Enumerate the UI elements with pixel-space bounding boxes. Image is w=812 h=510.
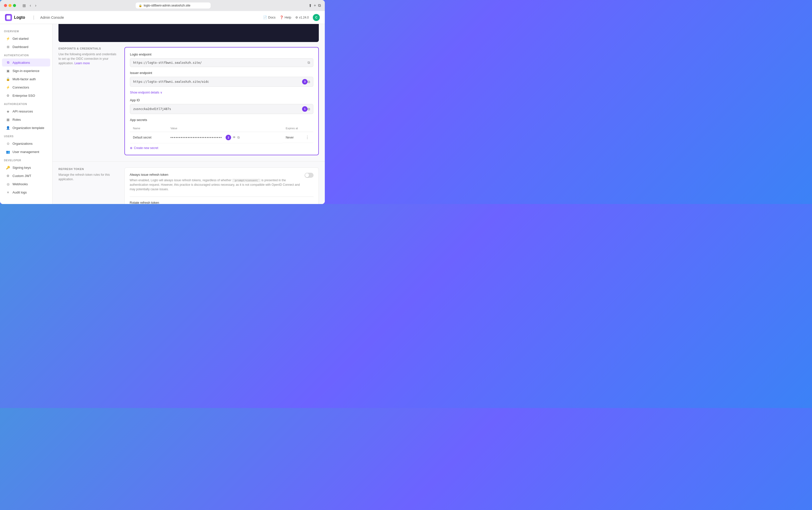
copy-logto-endpoint-button[interactable]: ⧉ xyxy=(307,60,310,65)
rotate-token-text: Rotate refresh token When enabled, Logto… xyxy=(130,201,309,204)
sidebar-item-sign-in-experience[interactable]: ▣ Sign-in experience xyxy=(2,67,50,75)
always-issue-desc: When enabled, Logto will always issue re… xyxy=(130,178,301,192)
applications-icon: ⧉ xyxy=(6,60,10,64)
sidebar-item-signing-keys[interactable]: 🔑 Signing keys xyxy=(2,164,50,171)
sidebar-item-get-started[interactable]: ⚡ Get started xyxy=(2,34,50,42)
brand-name: Logto xyxy=(14,15,25,20)
secret-name: Default secret xyxy=(130,132,168,143)
always-issue-toggle[interactable] xyxy=(305,173,313,178)
sidebar-label-sign-in-experience: Sign-in experience xyxy=(12,69,39,73)
refresh-section-desc: Manage the refresh token rules for this … xyxy=(58,172,118,181)
sidebar-label-mfa: Multi-factor auth xyxy=(12,77,36,81)
sidebar-item-enterprise-sso[interactable]: ⚙ Enterprise SSO xyxy=(2,91,50,100)
refresh-section-title: REFRESH TOKEN xyxy=(58,168,118,170)
create-secret-button[interactable]: ⊕ Create new secret xyxy=(130,146,158,150)
issuer-endpoint-field: https://logto-sttfbwni.sealoshzh.site/oi… xyxy=(130,77,313,87)
sidebar-label-connectors: Connectors xyxy=(12,85,29,89)
section-label-col: ENDPOINTS & CREDENTIALS Use the followin… xyxy=(58,47,118,155)
sidebar: Overview ⚡ Get started ⊞ Dashboard Authe… xyxy=(0,24,53,204)
sidebar-item-mfa[interactable]: 🔒 Multi-factor auth xyxy=(2,75,50,83)
secrets-table: Name Value Expires at Default secret xyxy=(130,125,313,143)
sidebar-item-webhooks[interactable]: ◎ Webhooks xyxy=(2,180,50,188)
rotate-token-item: Rotate refresh token When enabled, Logto… xyxy=(130,201,313,204)
sidebar-item-api-resources[interactable]: ◈ API resources xyxy=(2,107,50,115)
brand: Logto xyxy=(5,14,25,21)
badge-3: 3 xyxy=(302,79,307,85)
sidebar-item-connectors[interactable]: ⚡ Connectors xyxy=(2,83,50,91)
console-name: Admin Console xyxy=(40,16,64,20)
close-button[interactable] xyxy=(4,4,7,7)
top-nav: Logto | Admin Console 📄 Docs ❓ Help ⚙ v1… xyxy=(0,11,325,24)
sidebar-toggle-button[interactable]: ⊞ xyxy=(21,2,27,9)
sidebar-item-user-management[interactable]: 👥 User management xyxy=(2,148,50,156)
sidebar-label-organizations: Organizations xyxy=(12,142,32,145)
sidebar-label-audit-logs: Audit logs xyxy=(12,191,27,194)
user-avatar[interactable]: C xyxy=(313,14,320,21)
title-bar: ⊞ ‹ › 🔒 logto-sttfbwni-admin.sealoshzh.s… xyxy=(0,0,325,11)
toolbar-right: ⬆ + ⧉ xyxy=(308,3,321,8)
sidebar-section-developer: Developer xyxy=(0,156,52,163)
url-box[interactable]: 🔒 logto-sttfbwni-admin.sealoshzh.site xyxy=(136,2,211,8)
toggle-knob xyxy=(305,173,309,177)
section-title-endpoints: ENDPOINTS & CREDENTIALS xyxy=(58,47,118,50)
sidebar-item-organizations[interactable]: ⊙ Organizations xyxy=(2,140,50,147)
copy-secret-icon[interactable]: ⧉ xyxy=(237,136,240,140)
secret-expires: Never ⋮ xyxy=(282,132,313,143)
url-text: logto-sttfbwni-admin.sealoshzh.site xyxy=(144,4,190,7)
sidebar-item-roles[interactable]: ▦ Roles xyxy=(2,115,50,123)
brand-logo xyxy=(5,14,12,21)
tabs-icon[interactable]: ⧉ xyxy=(318,3,321,8)
address-bar: 🔒 logto-sttfbwni-admin.sealoshzh.site xyxy=(41,2,306,8)
traffic-lights xyxy=(4,4,16,7)
secret-value-cell: •••••••••••••••••••••••••••••• 2 👁 ⧉ xyxy=(168,132,282,143)
new-tab-icon[interactable]: + xyxy=(314,3,316,8)
organizations-icon: ⊙ xyxy=(6,142,10,145)
issuer-endpoint-value: https://logto-sttfbwni.sealoshzh.site/oi… xyxy=(133,80,300,84)
webhooks-icon: ◎ xyxy=(6,182,10,186)
docs-link[interactable]: 📄 Docs xyxy=(263,16,276,19)
badge-2: 2 xyxy=(225,135,231,140)
forward-button[interactable]: › xyxy=(33,2,38,9)
secret-dots: •••••••••••••••••••••••••••••• xyxy=(171,136,222,140)
learn-more-link[interactable]: Learn more xyxy=(74,61,90,65)
fullscreen-button[interactable] xyxy=(13,4,16,7)
secret-more-button[interactable]: ⋮ xyxy=(304,135,310,140)
sidebar-label-api-resources: API resources xyxy=(12,110,33,113)
app-id-label: App ID xyxy=(130,98,313,102)
copy-app-id-button[interactable]: ⧉ xyxy=(307,107,310,111)
eye-icon[interactable]: 👁 xyxy=(233,136,236,139)
sidebar-item-custom-jwt[interactable]: ⚙ Custom JWT xyxy=(2,172,50,180)
issuer-endpoint-label: Issuer endpoint xyxy=(130,71,313,75)
badge-1: 1 xyxy=(302,106,307,112)
sidebar-section-users: Users xyxy=(0,132,52,139)
share-icon[interactable]: ⬆ xyxy=(308,3,312,8)
col-name: Name xyxy=(130,125,168,132)
sidebar-item-dashboard[interactable]: ⊞ Dashboard xyxy=(2,43,50,51)
rotate-token-title: Rotate refresh token xyxy=(130,201,309,204)
sidebar-section-authentication: Authentication xyxy=(0,51,52,58)
browser-nav-icons: ⊞ ‹ › xyxy=(21,2,38,9)
sidebar-label-applications: Applications xyxy=(12,61,30,64)
always-issue-title: Always issue refresh token xyxy=(130,173,301,176)
help-link[interactable]: ❓ Help xyxy=(279,16,291,19)
back-button[interactable]: ‹ xyxy=(28,2,32,9)
app-id-field: zusnccka2dvd1tl7j487s 1 ⧉ xyxy=(130,104,313,114)
api-resources-icon: ◈ xyxy=(6,109,10,113)
sidebar-label-custom-jwt: Custom JWT xyxy=(12,174,31,178)
sidebar-item-organization-template[interactable]: 👤 Organization template xyxy=(2,124,50,132)
sidebar-label-org-template: Organization template xyxy=(12,126,44,130)
copy-issuer-endpoint-button[interactable]: ⧉ xyxy=(307,80,310,84)
sidebar-item-applications[interactable]: ⧉ Applications xyxy=(2,58,50,66)
signing-keys-icon: 🔑 xyxy=(6,166,10,170)
sign-in-icon: ▣ xyxy=(6,69,10,73)
sidebar-item-audit-logs[interactable]: ≡ Audit logs xyxy=(2,188,50,196)
show-endpoint-details-button[interactable]: Show endpoint details ∨ xyxy=(130,91,162,94)
app-secrets-label: App secrets xyxy=(130,118,313,122)
sidebar-label-webhooks: Webhooks xyxy=(12,182,28,186)
user-management-icon: 👥 xyxy=(6,150,10,154)
refresh-label-col: REFRESH TOKEN Manage the refresh token r… xyxy=(58,168,118,204)
minimize-button[interactable] xyxy=(8,4,11,7)
code-block xyxy=(58,24,319,42)
logto-endpoint-label: Logto endpoint xyxy=(130,53,313,56)
brand-divider: | xyxy=(33,15,34,20)
